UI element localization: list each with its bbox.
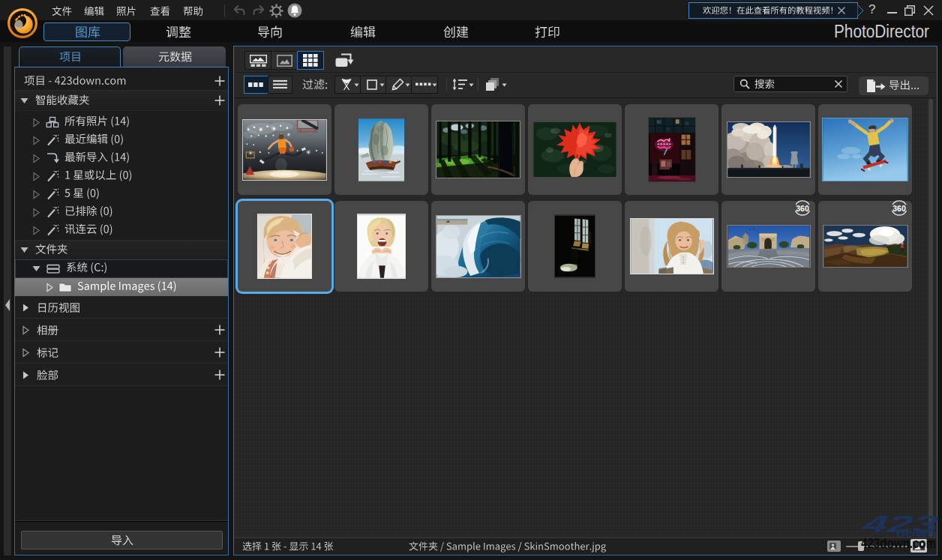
svg-text:360: 360 (892, 204, 906, 213)
svg-text:360: 360 (796, 204, 809, 213)
svg-text:PhotoDirector: PhotoDirector (834, 22, 929, 41)
svg-text:423down.com: 423down.com (861, 535, 936, 551)
